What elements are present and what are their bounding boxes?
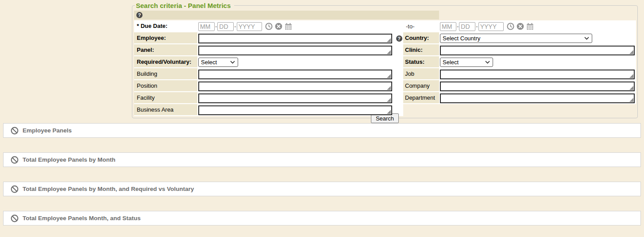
row-building-job: Building Job <box>134 68 636 80</box>
company-label: Company <box>403 80 439 92</box>
search-criteria-panel: Search criteria - Panel Metrics ? * Due … <box>132 2 638 118</box>
facility-input[interactable] <box>198 93 392 103</box>
section-title: Employee Panels <box>23 127 72 134</box>
clear-icon[interactable] <box>517 23 524 30</box>
chevron-down-icon <box>230 61 235 64</box>
section-title: Total Employee Panels Month, and Status <box>23 215 141 221</box>
status-select-value: Select <box>443 59 459 66</box>
department-input[interactable] <box>440 93 635 103</box>
circle-slash-icon <box>11 156 19 164</box>
panel-label: Panel: <box>134 44 197 56</box>
date-separator: - <box>215 23 217 30</box>
country-select-value: Select Country <box>443 35 480 42</box>
clear-icon[interactable] <box>275 23 282 30</box>
clock-icon[interactable] <box>507 23 514 30</box>
clock-icon[interactable] <box>265 23 273 30</box>
due-date-to-group: - - <box>440 20 534 32</box>
section-header-total-panels-by-month[interactable]: Total Employee Panels by Month <box>3 152 641 167</box>
date-separator: - <box>234 23 236 30</box>
due-date-to-day-input[interactable] <box>459 22 475 31</box>
row-facility-department: Facility Department <box>134 92 636 104</box>
status-select[interactable]: Select <box>440 58 493 67</box>
section-title: Total Employee Panels by Month <box>23 156 116 163</box>
position-input[interactable] <box>198 82 392 91</box>
country-select[interactable]: Select Country <box>440 34 592 43</box>
section-title: Total Employee Panels by Month, and Requ… <box>23 186 194 192</box>
section-header-employee-panels[interactable]: Employee Panels <box>3 123 641 138</box>
due-date-from-group: - - <box>198 20 292 32</box>
row-employee-country: Employee: ? Country: Select Country <box>134 32 636 44</box>
circle-slash-icon <box>11 127 19 135</box>
job-input[interactable] <box>440 70 635 79</box>
employee-input[interactable] <box>198 34 392 43</box>
section-header-total-panels-month-and-status[interactable]: Total Employee Panels Month, and Status <box>3 211 641 225</box>
required-voluntary-select-value: Select <box>201 59 217 66</box>
clinic-input[interactable] <box>440 46 635 55</box>
help-bar: ? <box>134 11 439 19</box>
company-input[interactable] <box>440 82 635 91</box>
required-voluntary-label: Required/Voluntary: <box>134 56 197 68</box>
search-criteria-grid: * Due Date: - - -to- - <box>134 20 636 116</box>
panel-input[interactable] <box>198 46 392 55</box>
due-date-to-month-input[interactable] <box>440 22 456 31</box>
due-date-to-label: -to- <box>403 20 439 32</box>
help-icon[interactable]: ? <box>396 35 402 42</box>
calendar-icon[interactable] <box>285 23 292 30</box>
facility-label: Facility <box>134 92 197 104</box>
date-separator: - <box>476 23 478 30</box>
due-date-from-day-input[interactable] <box>217 22 234 31</box>
required-voluntary-select[interactable]: Select <box>198 58 238 67</box>
position-label: Position <box>134 80 197 92</box>
business-area-input[interactable] <box>198 105 392 115</box>
country-label: Country: <box>403 32 439 44</box>
date-separator: - <box>457 23 459 30</box>
due-date-to-year-input[interactable] <box>478 22 504 31</box>
chevron-down-icon <box>485 61 490 64</box>
search-criteria-legend: Search criteria - Panel Metrics <box>135 2 234 9</box>
job-label: Job <box>403 68 439 80</box>
due-date-label: * Due Date: <box>134 20 197 32</box>
section-header-total-panels-by-month-required-vs-voluntary[interactable]: Total Employee Panels by Month, and Requ… <box>3 182 641 196</box>
due-date-from-month-input[interactable] <box>198 22 215 31</box>
due-date-from-year-input[interactable] <box>237 22 262 31</box>
row-panel-clinic: Panel: Clinic: <box>134 44 636 56</box>
row-due-date: * Due Date: - - -to- - <box>134 20 636 32</box>
clinic-label: Clinic: <box>403 44 439 56</box>
row-required-status: Required/Voluntary: Select Status: Selec… <box>134 56 636 68</box>
circle-slash-icon <box>11 185 19 193</box>
help-icon[interactable]: ? <box>136 12 143 18</box>
status-label: Status: <box>403 56 439 68</box>
department-label: Department <box>403 92 439 104</box>
employee-label: Employee: <box>134 32 197 44</box>
building-label: Building <box>134 68 197 80</box>
calendar-icon[interactable] <box>526 23 534 30</box>
row-position-company: Position Company <box>134 80 636 92</box>
building-input[interactable] <box>198 70 392 79</box>
circle-slash-icon <box>11 214 19 222</box>
chevron-down-icon <box>584 37 589 40</box>
